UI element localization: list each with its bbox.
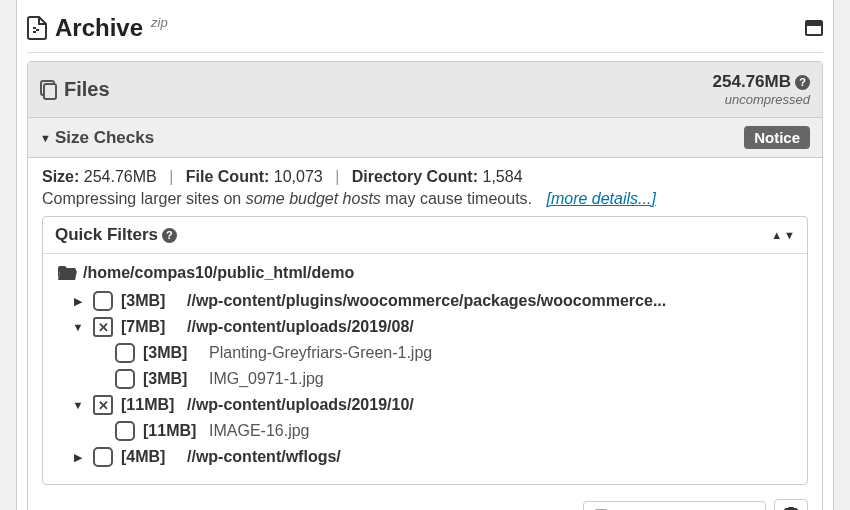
add-filters-button[interactable]: Add Filters & Rescan	[583, 501, 766, 511]
svg-rect-2	[33, 31, 36, 33]
root-path-row: /home/compas10/public_html/demo	[57, 264, 793, 282]
item-path: //wp-content/plugins/woocommerce/package…	[187, 292, 666, 310]
item-file: Planting-Greyfriars-Green-1.jpg	[209, 344, 432, 362]
tree-row: ▶[4MB]//wp-content/wflogs/	[57, 444, 793, 470]
file-count-label: File Count:	[186, 168, 270, 185]
item-size: [7MB]	[121, 318, 179, 336]
item-size: [3MB]	[143, 344, 201, 362]
svg-rect-0	[33, 27, 36, 29]
svg-rect-5	[44, 84, 56, 99]
size-checks-title: Size Checks	[55, 128, 154, 148]
caret-right-icon[interactable]: ▶	[71, 295, 85, 308]
total-size: 254.76MB	[713, 72, 791, 92]
tree-row: ▼✕[7MB]//wp-content/uploads/2019/08/	[57, 314, 793, 340]
size-label: Size:	[42, 168, 79, 185]
stats-line: Size: 254.76MB | File Count: 10,073 | Di…	[42, 168, 808, 186]
item-size: [11MB]	[143, 422, 201, 440]
checkbox[interactable]	[93, 447, 113, 467]
checkbox-excluded[interactable]: ✕	[93, 317, 113, 337]
tree-row: [3MB]IMG_0971-1.jpg	[57, 366, 793, 392]
tree-row: ▼✕[11MB]//wp-content/uploads/2019/10/	[57, 392, 793, 418]
tree-row: ▶[3MB]//wp-content/plugins/woocommerce/p…	[57, 288, 793, 314]
size-checks-header[interactable]: ▼ Size Checks Notice	[28, 118, 822, 158]
quick-filters-header[interactable]: Quick Filters ? ▲ ▼	[43, 217, 807, 254]
item-size: [3MB]	[121, 292, 179, 310]
dir-count-value: 1,584	[482, 168, 522, 185]
checkbox[interactable]	[93, 291, 113, 311]
copy-icon	[40, 80, 58, 100]
caret-down-icon[interactable]: ▼	[71, 399, 85, 411]
size-checks-body: Size: 254.76MB | File Count: 10,073 | Di…	[28, 158, 822, 510]
caret-down-icon[interactable]: ▼	[71, 321, 85, 333]
compression-state: uncompressed	[713, 92, 810, 107]
more-details-link[interactable]: [more details...]	[546, 190, 655, 207]
divider	[27, 52, 823, 53]
section-title: Archive	[55, 14, 143, 42]
size-value: 254.76MB	[84, 168, 157, 185]
checkbox[interactable]	[115, 369, 135, 389]
dir-count-label: Directory Count:	[352, 168, 478, 185]
svg-rect-1	[36, 29, 39, 31]
tree-row: [11MB]IMAGE-16.jpg	[57, 418, 793, 444]
notice-badge: Notice	[744, 126, 810, 149]
file-tree: ▶[3MB]//wp-content/plugins/woocommerce/p…	[57, 288, 793, 470]
item-path: //wp-content/uploads/2019/08/	[187, 318, 414, 336]
root-path: /home/compas10/public_html/demo	[83, 264, 354, 282]
item-size: [4MB]	[121, 448, 179, 466]
tree-row: [3MB]Planting-Greyfriars-Green-1.jpg	[57, 340, 793, 366]
files-panel: Files 254.76MB ? uncompressed ▼ Size Che…	[27, 61, 823, 510]
checkbox-excluded[interactable]: ✕	[93, 395, 113, 415]
help-icon[interactable]: ?	[795, 75, 810, 90]
checkbox[interactable]	[115, 421, 135, 441]
collapse-up-icon[interactable]: ▲	[771, 229, 782, 241]
expand-down-icon[interactable]: ▼	[784, 229, 795, 241]
files-panel-header: Files 254.76MB ? uncompressed	[28, 62, 822, 118]
quick-filters-box: Quick Filters ? ▲ ▼ /home/compas10/publi…	[42, 216, 808, 485]
item-file: IMG_0971-1.jpg	[209, 370, 324, 388]
item-path: //wp-content/uploads/2019/10/	[187, 396, 414, 414]
clipboard-button[interactable]	[774, 499, 808, 510]
checkbox[interactable]	[115, 343, 135, 363]
item-size: [11MB]	[121, 396, 179, 414]
archive-icon	[27, 16, 47, 40]
files-title: Files	[64, 78, 110, 101]
desc-line: Compressing larger sites on some budget …	[42, 190, 808, 208]
caret-right-icon[interactable]: ▶	[71, 451, 85, 464]
file-count-value: 10,073	[274, 168, 323, 185]
caret-down-icon: ▼	[40, 132, 51, 144]
quick-filters-title: Quick Filters	[55, 225, 158, 245]
item-size: [3MB]	[143, 370, 201, 388]
svg-rect-4	[807, 26, 821, 34]
archive-ext: zip	[151, 15, 168, 30]
section-title-row: Archive zip	[27, 8, 823, 50]
window-icon[interactable]	[805, 20, 823, 36]
help-icon[interactable]: ?	[162, 228, 177, 243]
folder-open-icon	[57, 265, 77, 281]
item-path: //wp-content/wflogs/	[187, 448, 341, 466]
item-file: IMAGE-16.jpg	[209, 422, 309, 440]
